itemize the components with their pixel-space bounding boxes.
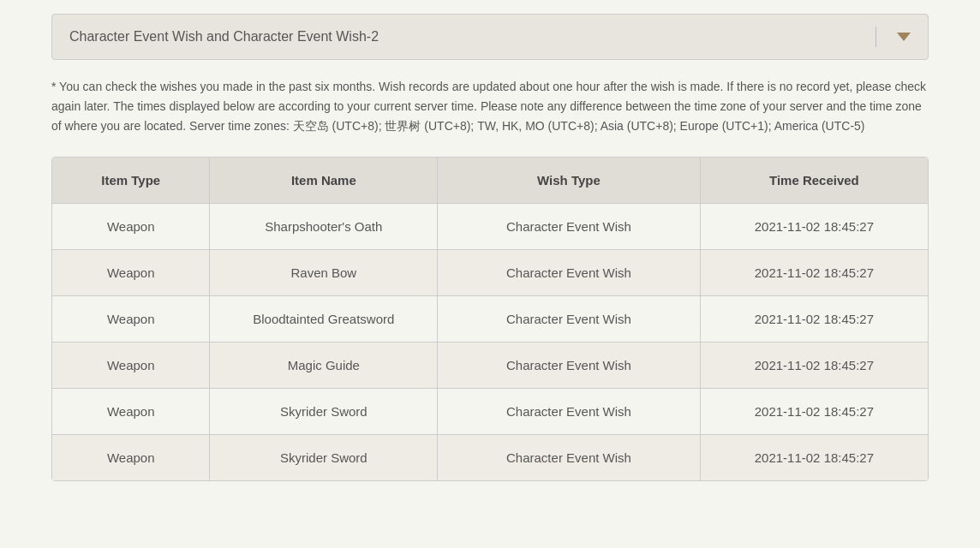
table-row: WeaponRaven BowCharacter Event Wish2021-…: [52, 250, 928, 296]
cell-item-name: Bloodtainted Greatsword: [210, 296, 438, 342]
cell-wish-type: Character Event Wish: [438, 250, 701, 296]
cell-item-type: Weapon: [52, 296, 210, 342]
chevron-down-icon: [897, 33, 911, 41]
dropdown-label: Character Event Wish and Character Event…: [69, 29, 379, 45]
dropdown-right: [875, 27, 911, 47]
cell-item-name: Raven Bow: [210, 250, 438, 296]
cell-wish-type: Character Event Wish: [438, 435, 701, 481]
dropdown-divider: [875, 27, 876, 47]
cell-item-name: Skyrider Sword: [210, 389, 438, 435]
wish-table: Item Type Item Name Wish Type Time Recei…: [52, 158, 928, 480]
cell-item-name: Sharpshooter's Oath: [210, 204, 438, 250]
table-row: WeaponSharpshooter's OathCharacter Event…: [52, 204, 928, 250]
info-text: * You can check the wishes you made in t…: [51, 77, 929, 136]
cell-wish-type: Character Event Wish: [438, 204, 701, 250]
table-row: WeaponMagic GuideCharacter Event Wish202…: [52, 342, 928, 389]
cell-time-received: 2021-11-02 18:45:27: [700, 250, 928, 296]
cell-time-received: 2021-11-02 18:45:27: [700, 342, 928, 389]
page-wrapper: Character Event Wish and Character Event…: [0, 0, 980, 481]
cell-wish-type: Character Event Wish: [438, 389, 701, 435]
cell-item-type: Weapon: [52, 250, 210, 296]
header-time-received: Time Received: [700, 158, 928, 204]
cell-time-received: 2021-11-02 18:45:27: [700, 296, 928, 342]
cell-item-name: Magic Guide: [210, 342, 438, 389]
cell-wish-type: Character Event Wish: [438, 342, 701, 389]
table-row: WeaponSkyrider SwordCharacter Event Wish…: [52, 435, 928, 481]
cell-wish-type: Character Event Wish: [438, 296, 701, 342]
cell-item-type: Weapon: [52, 389, 210, 435]
dropdown-bar[interactable]: Character Event Wish and Character Event…: [51, 14, 929, 60]
header-item-type: Item Type: [52, 158, 210, 204]
table-row: WeaponSkyrider SwordCharacter Event Wish…: [52, 389, 928, 435]
cell-item-type: Weapon: [52, 435, 210, 481]
cell-item-type: Weapon: [52, 342, 210, 389]
cell-time-received: 2021-11-02 18:45:27: [700, 435, 928, 481]
cell-time-received: 2021-11-02 18:45:27: [700, 389, 928, 435]
cell-time-received: 2021-11-02 18:45:27: [700, 204, 928, 250]
header-wish-type: Wish Type: [438, 158, 701, 204]
table-header-row: Item Type Item Name Wish Type Time Recei…: [52, 158, 928, 204]
table-row: WeaponBloodtainted GreatswordCharacter E…: [52, 296, 928, 342]
cell-item-name: Skyrider Sword: [210, 435, 438, 481]
table-container: Item Type Item Name Wish Type Time Recei…: [51, 157, 929, 481]
header-item-name: Item Name: [210, 158, 438, 204]
cell-item-type: Weapon: [52, 204, 210, 250]
